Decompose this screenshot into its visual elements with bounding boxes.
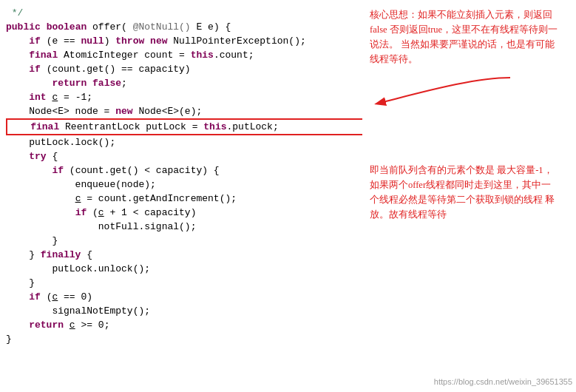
code-area: */ public boolean offer( @NotNull() E e)…: [0, 0, 370, 392]
code-line-19: }: [6, 276, 370, 290]
code-line-12: enqueue(node);: [6, 178, 370, 192]
code-line-5: return false ;: [6, 76, 370, 90]
code-line-20: if (c == 0): [6, 290, 370, 304]
code-line-16: }: [6, 234, 370, 248]
code-line-22: return c >= 0;: [6, 318, 370, 332]
code-line-11: if (count.get() < capacity) {: [6, 163, 370, 178]
code-line-1: public boolean offer( @NotNull() E e) {: [6, 20, 370, 34]
code-line-4: if (count.get() == capacity): [6, 62, 370, 76]
code-line-8: final ReentrantLock putLock = this .putL…: [6, 118, 370, 135]
code-line-21: signalNotEmpty();: [6, 304, 370, 318]
code-line-18: putLock.unlock();: [6, 262, 370, 276]
annotation-area: 核心思想：如果不能立刻插入元素，则返回false 否则返回true，这里不在有线…: [362, 0, 576, 392]
code-line-2: if (e == null ) throw new NullPointerExc…: [6, 34, 370, 48]
code-line-17: } finally {: [6, 248, 370, 262]
code-line-15: notFull.signal();: [6, 220, 370, 234]
code-line-6: int c = -1;: [6, 90, 370, 104]
annotation-bottom: 即当前队列含有的元素个数是 最大容量-1， 如果两个offer线程都同时走到这里…: [370, 163, 562, 222]
code-line-14: if (c + 1 < capacity): [6, 206, 370, 220]
code-line-23: }: [6, 332, 370, 346]
arrow-top-svg: [362, 63, 569, 122]
code-line-9: putLock.lock();: [6, 135, 370, 149]
code-line-10: try {: [6, 149, 370, 163]
watermark: https://blog.csdn.net/weixin_39651355: [434, 377, 572, 386]
code-line-7: Node<E> node = new Node<E>(e);: [6, 104, 370, 118]
annotation-top: 核心思想：如果不能立刻插入元素，则返回false 否则返回true，这里不在有线…: [370, 7, 562, 67]
code-line-0: */: [6, 6, 370, 20]
code-line-3: final AtomicInteger count = this .count;: [6, 48, 370, 62]
code-line-13: c = count.getAndIncrement();: [6, 192, 370, 206]
